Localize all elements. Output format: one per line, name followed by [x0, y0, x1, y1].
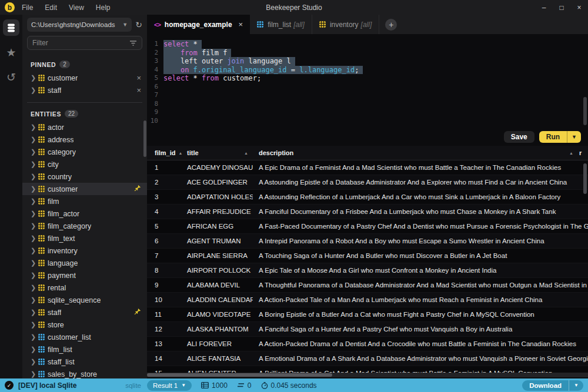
refresh-icon[interactable]: ↻: [135, 20, 142, 29]
cell-title[interactable]: ACADEMY DINOSAUR: [182, 164, 253, 171]
cell-title[interactable]: AGENT TRUMAN: [182, 237, 253, 244]
entity-item-country[interactable]: ❯country: [22, 170, 147, 183]
table-row[interactable]: 14ALICE FANTASIAA Emotional Drama of a A…: [147, 351, 588, 366]
cell-title[interactable]: AFFAIR PREJUDICE: [182, 208, 253, 215]
download-options-dropdown[interactable]: ▼: [569, 380, 583, 391]
close-icon[interactable]: ×: [570, 4, 588, 12]
pinned-item[interactable]: ❯customer×: [22, 72, 147, 84]
entity-item-customer[interactable]: ❯customer: [22, 183, 147, 195]
sort-arrow-icon[interactable]: ▲: [569, 151, 573, 155]
history-panel-button[interactable]: ↺: [3, 69, 19, 85]
editor-scrollbar[interactable]: [583, 97, 587, 125]
chevron-right-icon[interactable]: ❯: [31, 210, 35, 217]
save-button[interactable]: Save: [504, 131, 534, 143]
minimize-icon[interactable]: –: [535, 4, 553, 12]
entity-item-film_text[interactable]: ❯film_text: [22, 232, 147, 244]
cell-film-id[interactable]: 9: [147, 282, 182, 289]
chevron-right-icon[interactable]: ❯: [31, 86, 35, 94]
tables-panel-button[interactable]: [3, 19, 19, 36]
tab-inventory[interactable]: inventory[all]: [312, 15, 379, 34]
table-row[interactable]: 4AFFAIR PREJUDICEA Fanciful Documentary …: [147, 205, 588, 219]
cell-film-id[interactable]: 4: [147, 208, 182, 215]
cell-description[interactable]: A Astounding Epistle of a Database Admin…: [253, 179, 588, 186]
result-selector[interactable]: Result 1 ▼: [147, 380, 192, 391]
column-header-clipped[interactable]: r: [579, 149, 588, 156]
chevron-right-icon[interactable]: ❯: [31, 160, 35, 168]
cell-title[interactable]: ADAPTATION HOLES: [182, 193, 253, 200]
table-row[interactable]: 3ADAPTATION HOLESA Astounding Reflection…: [147, 190, 588, 205]
chevron-right-icon[interactable]: ❯: [31, 247, 35, 254]
entity-item-category[interactable]: ❯category: [22, 146, 147, 158]
cell-title[interactable]: ALICE FANTASIA: [182, 355, 253, 362]
chevron-right-icon[interactable]: ❯: [31, 272, 35, 279]
cell-title[interactable]: ALASKA PHANTOM: [182, 326, 253, 333]
cell-film-id[interactable]: 7: [147, 252, 182, 259]
cell-description[interactable]: A Epic Drama of a Feminist And a Mad Sci…: [253, 164, 588, 171]
chevron-right-icon[interactable]: ❯: [31, 259, 35, 267]
cell-description[interactable]: A Touching Saga of a Hunter And a Butler…: [253, 252, 588, 259]
cell-title[interactable]: ALAMO VIDEOTAPE: [182, 311, 253, 318]
entity-item-film_category[interactable]: ❯film_category: [22, 220, 147, 232]
table-row[interactable]: 11ALAMO VIDEOTAPEA Boring Epistle of a B…: [147, 307, 588, 322]
menu-view[interactable]: View: [69, 4, 84, 12]
connection-name[interactable]: [DEV] local Sqlite: [18, 381, 76, 390]
cell-film-id[interactable]: 2: [147, 179, 182, 186]
entity-item-film_actor[interactable]: ❯film_actor: [22, 207, 147, 220]
results-table[interactable]: 1ACADEMY DINOSAURA Epic Drama of a Femin…: [147, 160, 588, 374]
maximize-icon[interactable]: □: [553, 4, 570, 12]
cell-film-id[interactable]: 6: [147, 237, 182, 244]
table-row[interactable]: 10ALADDIN CALENDARA Action-Packed Tale o…: [147, 293, 588, 307]
chevron-right-icon[interactable]: ❯: [31, 321, 35, 329]
menu-help[interactable]: Help: [96, 4, 111, 12]
entity-item-staff_list[interactable]: ❯staff_list: [22, 356, 147, 368]
chevron-right-icon[interactable]: ❯: [31, 234, 35, 242]
chevron-right-icon[interactable]: ❯: [31, 123, 35, 131]
entity-item-actor[interactable]: ❯actor: [22, 121, 147, 133]
cell-description[interactable]: A Action-Packed Drama of a Dentist And a…: [253, 340, 588, 347]
entity-item-payment[interactable]: ❯payment: [22, 269, 147, 282]
table-row[interactable]: 7AIRPLANE SIERRAA Touching Saga of a Hun…: [147, 249, 588, 263]
sidebar-scrollbar[interactable]: [143, 120, 146, 157]
chevron-right-icon[interactable]: ❯: [31, 222, 35, 230]
cell-description[interactable]: A Fanciful Saga of a Hunter And a Pastry…: [253, 326, 588, 333]
cell-film-id[interactable]: 3: [147, 193, 182, 200]
cell-film-id[interactable]: 8: [147, 267, 182, 274]
entity-item-address[interactable]: ❯address: [22, 133, 147, 146]
entity-item-store[interactable]: ❯store: [22, 319, 147, 331]
cell-description[interactable]: A Epic Tale of a Moose And a Girl who mu…: [253, 267, 588, 274]
chevron-right-icon[interactable]: ❯: [31, 333, 35, 341]
entity-item-staff[interactable]: ❯staff: [22, 306, 147, 319]
cell-title[interactable]: ALI FOREVER: [182, 340, 253, 347]
cell-description[interactable]: A Boring Epistle of a Butler And a Cat w…: [253, 311, 588, 318]
entity-item-sales_by_store[interactable]: ❯sales_by_store: [22, 368, 147, 378]
cell-film-id[interactable]: 5: [147, 223, 182, 230]
favorites-panel-button[interactable]: ★: [3, 44, 19, 61]
cell-description[interactable]: A Intrepid Panorama of a Robot And a Boy…: [253, 237, 588, 244]
column-header-description[interactable]: description ▲: [253, 149, 579, 156]
chevron-right-icon[interactable]: ❯: [31, 136, 35, 143]
results-vertical-scrollbar[interactable]: [583, 163, 587, 194]
table-row[interactable]: 5AFRICAN EGGA Fast-Paced Documentary of …: [147, 219, 588, 234]
new-tab-button[interactable]: +: [385, 19, 397, 31]
download-button[interactable]: Download: [522, 380, 569, 391]
run-options-dropdown[interactable]: ▼: [567, 131, 581, 143]
pinned-indicator[interactable]: [134, 185, 141, 193]
cell-film-id[interactable]: 13: [147, 340, 182, 347]
table-row[interactable]: 2ACE GOLDFINGERA Astounding Epistle of a…: [147, 175, 588, 190]
run-button[interactable]: Run: [539, 131, 567, 143]
table-row[interactable]: 6AGENT TRUMANA Intrepid Panorama of a Ro…: [147, 234, 588, 249]
cell-title[interactable]: ALADDIN CALENDAR: [182, 296, 253, 303]
database-selector[interactable]: C:\Users\ghstng\Downloads ▼: [27, 18, 132, 32]
column-header-title[interactable]: title ▲: [182, 149, 253, 156]
unpin-icon[interactable]: ×: [136, 86, 141, 95]
unpin-icon[interactable]: ×: [136, 73, 141, 82]
chevron-right-icon[interactable]: ❯: [31, 346, 35, 353]
cell-title[interactable]: AIRPLANE SIERRA: [182, 252, 253, 259]
chevron-right-icon[interactable]: ❯: [31, 358, 35, 366]
tab-film_list[interactable]: film_list[all]: [250, 15, 312, 34]
entity-item-sqlite_sequence[interactable]: ❯sqlite_sequence: [22, 294, 147, 306]
entity-item-customer_list[interactable]: ❯customer_list: [22, 331, 147, 343]
pinned-indicator[interactable]: [134, 308, 141, 317]
cell-description[interactable]: A Action-Packed Tale of a Man And a Lumb…: [253, 296, 588, 303]
cell-film-id[interactable]: 14: [147, 355, 182, 362]
